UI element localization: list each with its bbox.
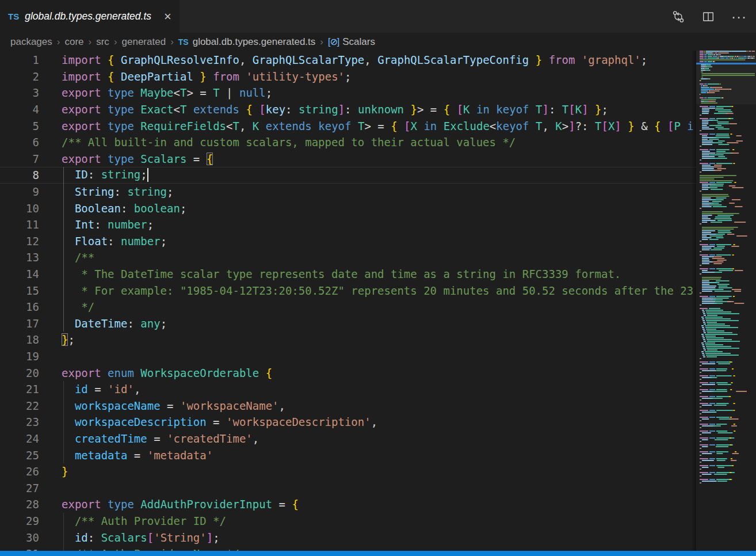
tab-global-db-types-generated[interactable]: TS global.db.types.generated.ts × bbox=[0, 0, 180, 33]
text-cursor bbox=[147, 168, 148, 182]
line-number: 2 bbox=[0, 70, 39, 83]
line-text: /** bbox=[39, 251, 94, 264]
code-line[interactable]: 16 */ bbox=[0, 299, 696, 315]
line-text: export type Exact<T extends { [key: stri… bbox=[39, 103, 608, 116]
code-line[interactable]: 6/** All built-in and custom scalars, ma… bbox=[0, 134, 696, 151]
code-line[interactable]: 21 id = 'id', bbox=[0, 381, 696, 398]
line-number: 20 bbox=[0, 367, 39, 379]
code-line[interactable]: 24 createdTime = 'createdTime', bbox=[0, 431, 696, 447]
line-number: 27 bbox=[0, 482, 39, 494]
line-text: DateTime: any; bbox=[39, 317, 167, 330]
line-number: 18 bbox=[0, 333, 39, 346]
code-line[interactable]: 31 /** Auth Provider Name */ bbox=[0, 546, 696, 551]
line-number: 10 bbox=[0, 202, 39, 215]
line-number: 23 bbox=[0, 416, 39, 428]
code-line[interactable]: 17 DateTime: any; bbox=[0, 315, 696, 332]
line-text: id: Scalars['String']; bbox=[39, 531, 220, 544]
code-line[interactable]: 11 Int: number; bbox=[0, 216, 696, 233]
line-text: export enum WorkspaceOrderable { bbox=[39, 367, 272, 379]
line-number: 29 bbox=[0, 515, 39, 527]
line-number: 19 bbox=[0, 350, 39, 363]
code-editor[interactable]: 1import { GraphQLResolveInfo, GraphQLSca… bbox=[0, 51, 756, 551]
code-line[interactable]: 9 String: string; bbox=[0, 184, 696, 200]
split-editor-icon[interactable] bbox=[701, 10, 715, 24]
breadcrumb-item-packages[interactable]: packages bbox=[10, 36, 52, 48]
line-text: ID: string; bbox=[39, 168, 148, 182]
symbol-type-icon: [⊘] bbox=[328, 36, 339, 47]
line-number: 8 bbox=[0, 169, 39, 181]
line-number: 26 bbox=[0, 465, 39, 478]
line-text: /** Auth Provider ID */ bbox=[39, 515, 226, 527]
line-text: } bbox=[39, 465, 68, 478]
breadcrumb-item-src[interactable]: src bbox=[96, 36, 109, 48]
status-bar bbox=[0, 551, 756, 556]
code-line[interactable]: 15 * For example: "1985-04-12T23:20:50.5… bbox=[0, 282, 696, 299]
line-text: import { DeepPartial } from 'utility-typ… bbox=[39, 70, 351, 83]
code-line[interactable]: 1import { GraphQLResolveInfo, GraphQLSca… bbox=[0, 52, 696, 68]
typescript-file-icon: TS bbox=[178, 37, 189, 47]
breadcrumb-item-file[interactable]: global.db.types.generated.ts bbox=[193, 36, 316, 48]
line-number: 7 bbox=[0, 153, 39, 165]
code-line[interactable]: 3export type Maybe<T> = T | null; bbox=[0, 85, 696, 101]
line-number: 14 bbox=[0, 268, 39, 280]
typescript-file-icon: TS bbox=[8, 12, 19, 21]
line-number: 13 bbox=[0, 251, 39, 264]
code-line[interactable]: 2import { DeepPartial } from 'utility-ty… bbox=[0, 68, 696, 85]
code-line[interactable]: 27 bbox=[0, 479, 696, 496]
line-number: 16 bbox=[0, 300, 39, 313]
code-line[interactable]: 30 id: Scalars['String']; bbox=[0, 529, 696, 546]
code-line[interactable]: 22 workspaceName = 'workspaceName', bbox=[0, 397, 696, 414]
open-changes-icon[interactable] bbox=[671, 10, 685, 24]
code-lines: 1import { GraphQLResolveInfo, GraphQLSca… bbox=[0, 52, 696, 551]
code-line[interactable]: 8 ID: string; bbox=[0, 167, 696, 184]
line-number: 6 bbox=[0, 136, 39, 148]
code-line[interactable]: 29 /** Auth Provider ID */ bbox=[0, 513, 696, 530]
code-line[interactable]: 18}; bbox=[0, 332, 696, 348]
code-line[interactable]: 20export enum WorkspaceOrderable { bbox=[0, 364, 696, 381]
breadcrumb-item-core[interactable]: core bbox=[64, 36, 83, 48]
line-number: 4 bbox=[0, 103, 39, 116]
chevron-right-icon: › bbox=[89, 36, 92, 48]
chevron-right-icon: › bbox=[320, 36, 323, 48]
code-line[interactable]: 14 * The DateTime scalar type represents… bbox=[0, 266, 696, 283]
code-line[interactable]: 12 Float: number; bbox=[0, 233, 696, 250]
line-text: * The DateTime scalar type represents da… bbox=[39, 268, 621, 280]
chevron-right-icon: › bbox=[57, 36, 60, 48]
code-line[interactable]: 4export type Exact<T extends { [key: str… bbox=[0, 101, 696, 118]
close-icon[interactable]: × bbox=[164, 10, 171, 23]
line-number: 3 bbox=[0, 86, 39, 99]
code-line[interactable]: 13 /** bbox=[0, 249, 696, 266]
code-line[interactable]: 23 workspaceDescription = 'workspaceDesc… bbox=[0, 414, 696, 431]
code-line[interactable]: 25 metadata = 'metadata' bbox=[0, 447, 696, 463]
line-number: 11 bbox=[0, 218, 39, 231]
line-text: Int: number; bbox=[39, 218, 154, 231]
line-text: export type Scalars = { bbox=[39, 153, 213, 165]
editor-tab-bar: TS global.db.types.generated.ts × bbox=[0, 0, 756, 33]
code-line[interactable]: 19 bbox=[0, 348, 696, 365]
minimap[interactable] bbox=[696, 51, 756, 551]
line-number: 17 bbox=[0, 317, 39, 330]
code-line[interactable]: 28export type AddAuthProviderInput = { bbox=[0, 496, 696, 513]
code-line[interactable]: 26} bbox=[0, 463, 696, 480]
line-number: 30 bbox=[0, 531, 39, 544]
line-number: 9 bbox=[0, 185, 39, 198]
line-text: * For example: "1985-04-12T23:20:50.52Z"… bbox=[39, 284, 693, 297]
breadcrumb-item-generated[interactable]: generated bbox=[122, 36, 166, 48]
line-number: 12 bbox=[0, 235, 39, 247]
code-line[interactable]: 5export type RequireFields<T, K extends … bbox=[0, 117, 696, 134]
chevron-right-icon: › bbox=[114, 36, 117, 48]
line-number: 1 bbox=[0, 54, 39, 66]
line-number: 21 bbox=[0, 383, 39, 395]
code-line[interactable]: 7export type Scalars = { bbox=[0, 151, 696, 167]
line-text: createdTime = 'createdTime', bbox=[39, 432, 259, 445]
line-number: 24 bbox=[0, 432, 39, 445]
tab-label: global.db.types.generated.ts bbox=[25, 10, 151, 22]
breadcrumb-item-symbol-scalars[interactable]: Scalars bbox=[342, 36, 375, 48]
more-actions-icon[interactable]: ··· bbox=[731, 10, 747, 24]
line-text: /** All built-in and custom scalars, map… bbox=[39, 136, 516, 148]
line-text: */ bbox=[39, 300, 94, 313]
line-text: metadata = 'metadata' bbox=[39, 449, 213, 462]
line-text: id = 'id', bbox=[39, 383, 140, 395]
line-text: export type AddAuthProviderInput = { bbox=[39, 498, 299, 511]
code-line[interactable]: 10 Boolean: boolean; bbox=[0, 200, 696, 216]
